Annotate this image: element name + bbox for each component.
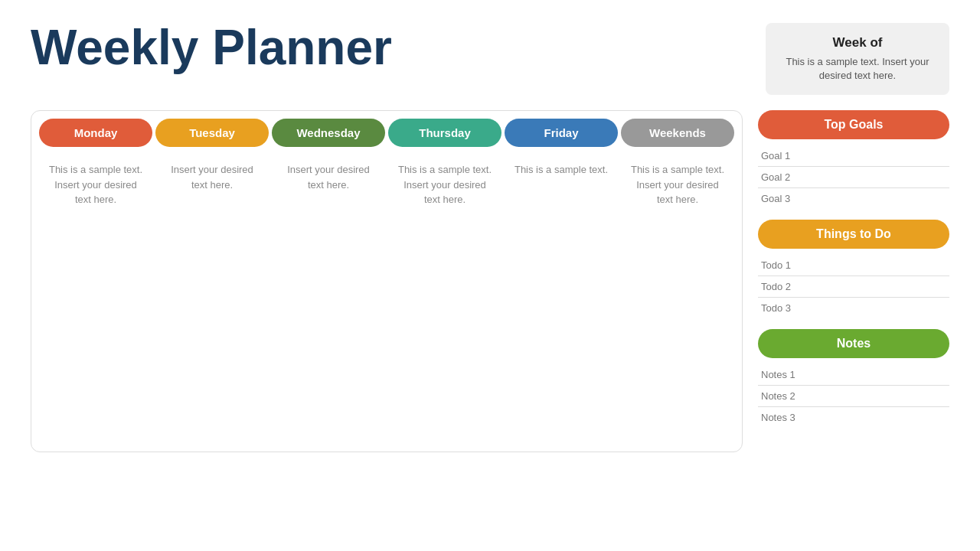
day-header-tuesday: Tuesday: [155, 119, 269, 147]
top-goals-items: Goal 1Goal 2Goal 3: [758, 145, 949, 209]
page-title: Weekly Planner: [31, 23, 392, 72]
title-planner: Planner: [212, 20, 392, 75]
main-layout: MondayTuesdayWednesdayThursdayFridayWeek…: [31, 110, 949, 452]
list-item: Notes 3: [758, 407, 949, 428]
notes-items: Notes 1Notes 2Notes 3: [758, 364, 949, 428]
week-of-label: Week of: [784, 35, 931, 51]
list-item: Goal 3: [758, 188, 949, 209]
day-content-friday: This is a sample text.: [505, 153, 618, 444]
list-item: Notes 1: [758, 364, 949, 386]
content-row: This is a sample text. Insert your desir…: [39, 153, 734, 444]
list-item: Todo 1: [758, 255, 949, 276]
day-content-weekends: This is a sample text. Insert your desir…: [621, 153, 734, 444]
day-header-weekends: Weekends: [621, 119, 734, 147]
list-item: Todo 3: [758, 298, 949, 318]
title-weekly: Weekly: [31, 20, 212, 75]
week-of-box: Week of This is a sample text. Insert yo…: [766, 23, 949, 95]
day-content-wednesday: Insert your desired text here.: [272, 153, 385, 444]
week-of-text: This is a sample text. Insert your desir…: [784, 55, 931, 83]
day-content-tuesday: Insert your desired text here.: [155, 153, 269, 444]
notes-header: Notes: [758, 329, 949, 358]
sidebar: Top Goals Goal 1Goal 2Goal 3 Things to D…: [758, 110, 949, 439]
day-header-monday: Monday: [39, 119, 152, 147]
list-item: Notes 2: [758, 386, 949, 407]
top-goals-header: Top Goals: [758, 110, 949, 139]
list-item: Goal 1: [758, 145, 949, 167]
day-header-thursday: Thursday: [388, 119, 501, 147]
planner-table: MondayTuesdayWednesdayThursdayFridayWeek…: [31, 110, 743, 452]
day-header-wednesday: Wednesday: [272, 119, 385, 147]
things-to-do-header: Things to Do: [758, 220, 949, 249]
day-content-monday: This is a sample text. Insert your desir…: [39, 153, 152, 444]
days-row: MondayTuesdayWednesdayThursdayFridayWeek…: [39, 119, 734, 147]
list-item: Todo 2: [758, 276, 949, 298]
day-header-friday: Friday: [505, 119, 618, 147]
list-item: Goal 2: [758, 167, 949, 188]
things-to-do-items: Todo 1Todo 2Todo 3: [758, 255, 949, 318]
page-header: Weekly Planner Week of This is a sample …: [31, 23, 949, 95]
day-content-thursday: This is a sample text. Insert your desir…: [388, 153, 501, 444]
